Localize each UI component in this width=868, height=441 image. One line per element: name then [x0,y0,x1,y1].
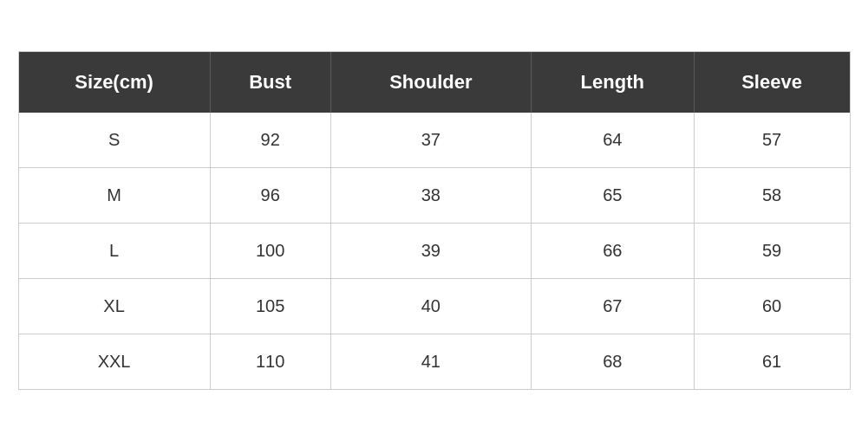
cell-sleeve: 60 [694,279,849,334]
cell-size: M [19,168,211,224]
cell-bust: 96 [210,168,330,224]
table-row: S92376457 [19,113,850,168]
header-bust: Bust [210,52,330,113]
cell-sleeve: 59 [694,224,849,279]
cell-shoulder: 40 [330,279,531,334]
header-size: Size(cm) [19,52,211,113]
size-chart-container: Size(cm) Bust Shoulder Length Sleeve S92… [18,51,851,390]
table-header-row: Size(cm) Bust Shoulder Length Sleeve [19,52,850,113]
cell-length: 68 [531,334,694,390]
cell-length: 64 [531,113,694,168]
cell-bust: 92 [210,113,330,168]
cell-bust: 100 [210,224,330,279]
cell-size: L [19,224,211,279]
cell-size: XXL [19,334,211,390]
cell-size: S [19,113,211,168]
cell-sleeve: 61 [694,334,849,390]
table-row: XXL110416861 [19,334,850,390]
cell-bust: 105 [210,279,330,334]
cell-shoulder: 38 [330,168,531,224]
table-row: XL105406760 [19,279,850,334]
header-shoulder: Shoulder [330,52,531,113]
table-row: M96386558 [19,168,850,224]
cell-length: 65 [531,168,694,224]
cell-length: 67 [531,279,694,334]
cell-length: 66 [531,224,694,279]
cell-shoulder: 39 [330,224,531,279]
table-row: L100396659 [19,224,850,279]
cell-sleeve: 58 [694,168,849,224]
cell-shoulder: 37 [330,113,531,168]
cell-size: XL [19,279,211,334]
cell-bust: 110 [210,334,330,390]
header-length: Length [531,52,694,113]
size-chart-table: Size(cm) Bust Shoulder Length Sleeve S92… [19,52,850,389]
cell-sleeve: 57 [694,113,849,168]
cell-shoulder: 41 [330,334,531,390]
header-sleeve: Sleeve [694,52,849,113]
